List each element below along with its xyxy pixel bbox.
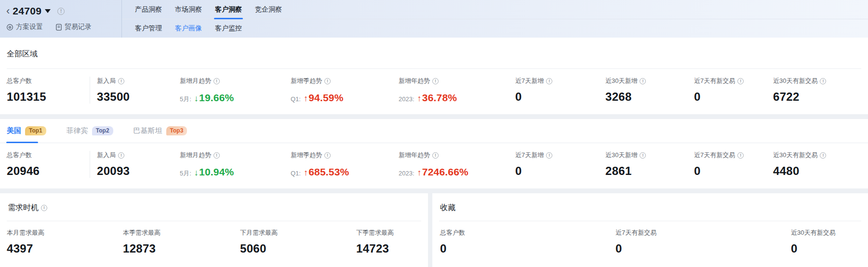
back-chevron-icon[interactable]: ‹ — [6, 6, 10, 16]
info-icon[interactable] — [41, 205, 47, 211]
trend-value: ↑685.53% — [304, 166, 349, 178]
info-icon[interactable] — [118, 152, 124, 159]
stat-monthly-trend: 新增月趋势 5月:↓19.66% — [180, 77, 291, 104]
dropdown-caret-icon[interactable] — [45, 9, 51, 13]
top-bar: ‹ 24709 方案设置 贸易记录 产品洞察 市场洞察 客户洞察 — [0, 0, 868, 38]
info-icon[interactable] — [737, 152, 744, 159]
all-region-stats: 总客户数 101315 新入局 33500 新增月趋势 5月:↓19.66% 新… — [0, 69, 868, 114]
subtab-customer-monitor[interactable]: 客户监控 — [215, 24, 242, 33]
trend-value: ↑7246.66% — [417, 166, 468, 178]
info-icon[interactable] — [324, 152, 331, 159]
top1-badge: Top1 — [25, 126, 46, 135]
info-icon[interactable] — [214, 78, 220, 84]
info-icon[interactable] — [640, 152, 646, 159]
stat-total-customers: 总客户数 20946 — [7, 151, 90, 178]
info-icon[interactable] — [118, 78, 124, 84]
settings-icon — [6, 24, 13, 31]
stat-value: 101315 — [7, 90, 90, 104]
country-stats: 总客户数 20946 新入局 20093 新增月趋势 5月:↓10.94% 新增… — [0, 143, 868, 188]
trend-value: ↓19.66% — [194, 92, 234, 104]
all-region-title: 全部区域 — [0, 38, 868, 68]
arrow-up-icon: ↑ — [417, 93, 422, 103]
arrow-up-icon: ↑ — [304, 93, 308, 103]
top2-badge: Top2 — [92, 126, 113, 135]
subtab-customer-management[interactable]: 客户管理 — [135, 24, 162, 33]
favorites-card: 收藏 总客户数 0 近7天有新交易 0 近30天有新交易 0 — [432, 193, 868, 267]
stat-demand-next-quarter: 下季需求最高 14723 — [356, 228, 428, 255]
trend-value: ↓10.94% — [194, 166, 234, 178]
stat-fav-trade-7d: 近7天有新交易 0 — [615, 228, 791, 255]
info-icon[interactable] — [820, 78, 826, 84]
plan-id[interactable]: 24709 — [13, 5, 41, 17]
info-icon[interactable] — [324, 78, 331, 84]
stat-fav-trade-30d: 近30天有新交易 0 — [791, 228, 868, 255]
stat-new-entrants: 新入局 33500 — [90, 77, 180, 104]
main-nav: 产品洞察 市场洞察 客户洞察 竞企洞察 客户管理 客户画像 客户监控 — [122, 0, 868, 38]
trade-records-button[interactable]: 贸易记录 — [55, 23, 92, 31]
info-icon[interactable] — [432, 78, 439, 84]
document-icon — [55, 24, 62, 31]
stat-demand-next-month: 下月需求最高 5060 — [240, 228, 356, 255]
info-icon[interactable] — [737, 78, 744, 84]
info-icon[interactable] — [820, 152, 826, 159]
info-icon[interactable] — [214, 152, 220, 159]
stat-value: 4480 — [773, 164, 868, 178]
stat-total-customers: 总客户数 101315 — [7, 77, 90, 104]
stat-fav-total-customers: 总客户数 0 — [440, 228, 615, 255]
stat-value: 0 — [515, 90, 605, 104]
stat-monthly-trend: 新增月趋势 5月:↓10.94% — [180, 151, 291, 178]
stat-demand-this-quarter: 本季需求最高 12873 — [123, 228, 240, 255]
plan-header: ‹ 24709 方案设置 贸易记录 — [0, 0, 122, 38]
top-country-card: 美国 Top1 菲律宾 Top2 巴基斯坦 Top3 总客户数 20946 新入… — [0, 119, 868, 188]
tab-country-philippines[interactable]: 菲律宾 Top2 — [67, 126, 113, 143]
stat-value: 33500 — [97, 90, 180, 104]
info-icon[interactable] — [57, 8, 65, 15]
stat-value: 5060 — [240, 242, 356, 255]
arrow-down-icon: ↓ — [194, 93, 199, 103]
stat-value: 0 — [791, 242, 868, 255]
stat-value: 2861 — [605, 164, 694, 178]
info-icon[interactable] — [640, 78, 646, 84]
info-icon[interactable] — [546, 152, 552, 159]
stat-value: 0 — [615, 242, 791, 255]
stat-new-7d: 近7天新增 0 — [515, 151, 605, 178]
tab-country-usa[interactable]: 美国 Top1 — [7, 126, 46, 143]
stat-demand-this-month: 本月需求最高 4397 — [7, 228, 123, 255]
subtab-customer-profile[interactable]: 客户画像 — [175, 24, 202, 33]
stat-value: 14723 — [356, 242, 428, 255]
bottom-row: 需求时机 本月需求最高 4397 本季需求最高 12873 下月需求最高 506… — [0, 193, 868, 267]
tab-product-insight[interactable]: 产品洞察 — [135, 0, 162, 19]
section-gap — [0, 114, 868, 119]
favorites-stats: 总客户数 0 近7天有新交易 0 近30天有新交易 0 — [432, 221, 868, 265]
favorites-title: 收藏 — [432, 193, 868, 221]
stat-new-30d: 近30天新增 3268 — [605, 77, 694, 104]
stat-value: 0 — [694, 90, 773, 104]
tab-competitor-insight[interactable]: 竞企洞察 — [255, 0, 282, 19]
stat-value: 0 — [440, 242, 615, 255]
demand-stats: 本月需求最高 4397 本季需求最高 12873 下月需求最高 5060 下季需… — [0, 221, 428, 265]
info-icon[interactable] — [546, 78, 552, 84]
tab-customer-insight[interactable]: 客户洞察 — [215, 0, 242, 19]
demand-timing-title: 需求时机 — [0, 193, 428, 221]
stat-new-30d: 近30天新增 2861 — [605, 151, 694, 178]
stat-value: 4397 — [7, 242, 123, 255]
top3-badge: Top3 — [166, 126, 187, 135]
trend-value: ↑94.59% — [304, 92, 344, 104]
stat-value: 0 — [515, 164, 605, 178]
stat-trade-30d: 近30天有新交易 4480 — [773, 151, 868, 178]
arrow-up-icon: ↑ — [417, 168, 422, 177]
stat-trade-30d: 近30天有新交易 6722 — [773, 77, 868, 104]
demand-timing-card: 需求时机 本月需求最高 4397 本季需求最高 12873 下月需求最高 506… — [0, 193, 428, 267]
info-icon[interactable] — [432, 152, 439, 159]
stat-value: 3268 — [605, 90, 694, 104]
stat-yearly-trend: 新增年趋势 2023:↑7246.66% — [399, 151, 515, 178]
all-region-card: 全部区域 总客户数 101315 新入局 33500 新增月趋势 5月:↓19.… — [0, 38, 868, 114]
stat-value: 6722 — [773, 90, 868, 104]
stat-value: 0 — [694, 164, 773, 178]
arrow-down-icon: ↓ — [194, 168, 199, 177]
tab-market-insight[interactable]: 市场洞察 — [175, 0, 202, 19]
country-tabs: 美国 Top1 菲律宾 Top2 巴基斯坦 Top3 — [0, 119, 868, 143]
stat-new-entrants: 新入局 20093 — [90, 151, 180, 178]
tab-country-pakistan[interactable]: 巴基斯坦 Top3 — [134, 126, 187, 143]
plan-settings-button[interactable]: 方案设置 — [6, 23, 43, 31]
